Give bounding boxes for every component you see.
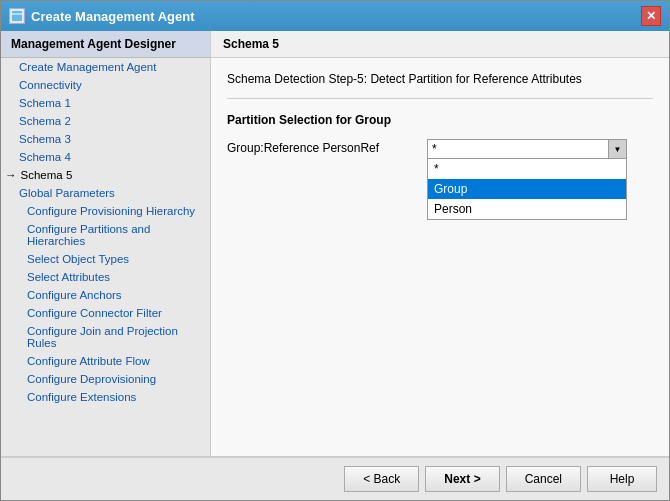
sidebar-item-schema2[interactable]: Schema 2 — [1, 112, 210, 130]
field-row: Group:Reference PersonRef * ▼ * Group — [227, 139, 653, 159]
sidebar-item-attributes[interactable]: Select Attributes — [1, 268, 210, 286]
dropdown-list: * Group Person — [427, 159, 627, 220]
footer: < Back Next > Cancel Help — [1, 456, 669, 500]
dropdown-display[interactable]: * ▼ — [427, 139, 627, 159]
sidebar-item-extensions[interactable]: Configure Extensions — [1, 388, 210, 406]
divider — [227, 98, 653, 99]
back-button[interactable]: < Back — [344, 466, 419, 492]
field-label: Group:Reference PersonRef — [227, 139, 427, 155]
content-area: Management Agent Designer Create Managem… — [1, 31, 669, 456]
title-bar: Create Management Agent ✕ — [1, 1, 669, 31]
next-button[interactable]: Next > — [425, 466, 499, 492]
sidebar: Management Agent Designer Create Managem… — [1, 31, 211, 456]
partition-section-label: Partition Selection for Group — [227, 113, 653, 127]
window-title: Create Management Agent — [31, 9, 195, 24]
dropdown-value: * — [432, 142, 606, 156]
sidebar-item-create[interactable]: Create Management Agent — [1, 58, 210, 76]
dropdown-arrow-icon[interactable]: ▼ — [608, 140, 626, 158]
main-window: Create Management Agent ✕ Management Age… — [0, 0, 670, 501]
sidebar-item-schema5[interactable]: Schema 5 — [1, 166, 210, 184]
dropdown-option-group[interactable]: Group — [428, 179, 626, 199]
sidebar-item-schema4[interactable]: Schema 4 — [1, 148, 210, 166]
main-header: Schema 5 — [211, 31, 669, 58]
svg-rect-0 — [11, 10, 23, 22]
sidebar-item-schema3[interactable]: Schema 3 — [1, 130, 210, 148]
sidebar-item-anchors[interactable]: Configure Anchors — [1, 286, 210, 304]
main-panel: Schema 5 Schema Detection Step-5: Detect… — [211, 31, 669, 456]
window-icon — [9, 8, 25, 24]
sidebar-item-attribute-flow[interactable]: Configure Attribute Flow — [1, 352, 210, 370]
sidebar-item-prov-hierarchy[interactable]: Configure Provisioning Hierarchy — [1, 202, 210, 220]
dropdown-container[interactable]: * ▼ * Group Person — [427, 139, 627, 159]
sidebar-item-connector-filter[interactable]: Configure Connector Filter — [1, 304, 210, 322]
cancel-button[interactable]: Cancel — [506, 466, 581, 492]
sidebar-item-partitions[interactable]: Configure Partitions and Hierarchies — [1, 220, 210, 250]
sidebar-item-deprovisioning[interactable]: Configure Deprovisioning — [1, 370, 210, 388]
close-button[interactable]: ✕ — [641, 6, 661, 26]
sidebar-header: Management Agent Designer — [1, 31, 210, 58]
sidebar-item-join-projection[interactable]: Configure Join and Projection Rules — [1, 322, 210, 352]
sidebar-item-schema1[interactable]: Schema 1 — [1, 94, 210, 112]
sidebar-item-object-types[interactable]: Select Object Types — [1, 250, 210, 268]
sidebar-item-global[interactable]: Global Parameters — [1, 184, 210, 202]
help-button[interactable]: Help — [587, 466, 657, 492]
dropdown-option-star[interactable]: * — [428, 159, 626, 179]
sidebar-item-connectivity[interactable]: Connectivity — [1, 76, 210, 94]
main-content: Schema Detection Step-5: Detect Partitio… — [211, 58, 669, 456]
dropdown-option-person[interactable]: Person — [428, 199, 626, 219]
step-title: Schema Detection Step-5: Detect Partitio… — [227, 72, 653, 86]
